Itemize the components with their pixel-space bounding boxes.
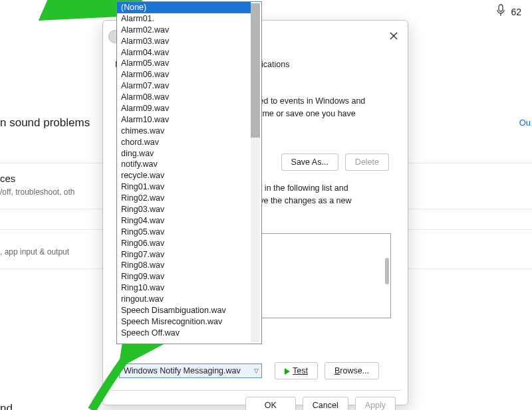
cancel-button[interactable]: Cancel [303, 397, 348, 410]
dropdown-item[interactable]: Alarm10.wav [117, 114, 251, 126]
dropdown-item[interactable]: ringout.wav [117, 294, 251, 305]
desc-line-2a: ent in the following list and [251, 183, 348, 193]
dropdown-item[interactable]: Ring01.wav [117, 181, 251, 193]
dropdown-item[interactable]: Ring10.wav [117, 282, 251, 294]
dropdown-item[interactable]: Ring08.wav [117, 260, 251, 271]
dropdown-item[interactable]: Ring07.wav [117, 249, 251, 260]
dropdown-item[interactable]: Ring06.wav [117, 238, 251, 249]
dropdown-item[interactable]: (None) [117, 2, 251, 13]
save-as-button[interactable]: Save As... [281, 154, 338, 171]
dialog-separator [110, 390, 401, 391]
bg-link-out[interactable]: Ou [519, 118, 531, 128]
dropdown-item[interactable]: Ring09.wav [117, 271, 251, 282]
desc-line-1a: plied to events in Windows and [251, 96, 365, 106]
dropdown-item[interactable]: ding.wav [117, 148, 251, 159]
dropdown-item[interactable]: Alarm04.wav [117, 47, 251, 58]
top-right-count: 62 [511, 7, 521, 17]
dropdown-item[interactable]: Ring05.wav [117, 227, 251, 238]
dropdown-item[interactable]: Alarm02.wav [117, 25, 251, 36]
dropdown-item[interactable]: Speech Disambiguation.wav [117, 305, 251, 316]
bg-sub-devices: /off, troubleshoot, oth [0, 187, 75, 197]
bg-heading-devices: ces [0, 173, 15, 184]
play-icon [285, 368, 290, 375]
desc-line-1b: theme or save one you have [251, 109, 356, 118]
close-button[interactable] [386, 29, 401, 43]
svg-rect-0 [499, 5, 503, 11]
dropdown-item[interactable]: Alarm09.wav [117, 103, 251, 114]
dropdown-item[interactable]: Alarm05.wav [117, 58, 251, 69]
apply-button: Apply [355, 397, 396, 410]
dropdown-item[interactable]: notify.wav [117, 159, 251, 170]
dropdown-item[interactable]: Alarm01. [117, 13, 251, 25]
scrollbar-thumb[interactable] [385, 258, 389, 284]
dropdown-item[interactable]: chord.wav [117, 137, 251, 148]
dropdown-item[interactable]: Speech Misrecognition.wav [117, 316, 251, 328]
dropdown-item[interactable]: Alarm08.wav [117, 92, 251, 103]
browse-button[interactable]: BBrowse...rowse... [325, 362, 379, 379]
sound-file-dropdown-list[interactable]: (None)Alarm01.Alarm02.wavAlarm03.wavAlar… [116, 1, 262, 344]
dropdown-scrollbar-thumb[interactable] [251, 3, 260, 138]
bg-sub-app-io: , app input & output [0, 247, 69, 256]
sound-file-combobox-value: Windows Notify Messaging.wav [124, 366, 241, 375]
bg-heading-sound-problems: n sound problems [0, 116, 90, 130]
test-button[interactable]: Test [275, 362, 318, 379]
dropdown-item[interactable]: Ring04.wav [117, 215, 251, 227]
sound-file-combobox[interactable]: Windows Notify Messaging.wav ▽ [119, 363, 262, 378]
dropdown-item[interactable]: Ring02.wav [117, 193, 251, 204]
delete-button: Delete [345, 154, 389, 171]
dropdown-item[interactable]: Alarm06.wav [117, 69, 251, 80]
dropdown-item[interactable]: chimes.wav [117, 126, 251, 137]
dropdown-item[interactable]: recycle.wav [117, 170, 251, 181]
bg-heading-nd: nd [0, 402, 13, 410]
desc-line-2b: save the changes as a new [251, 196, 352, 205]
dropdown-item[interactable]: Alarm03.wav [117, 36, 251, 47]
chevron-down-icon: ▽ [254, 367, 259, 374]
mic-icon[interactable] [496, 4, 505, 19]
dropdown-item[interactable]: Speech Off.wav [117, 328, 251, 339]
tab-communications[interactable]: ications [257, 57, 293, 73]
dropdown-item[interactable]: Alarm07.wav [117, 80, 251, 92]
ok-button[interactable]: OK [245, 397, 296, 410]
dropdown-item[interactable]: Ring03.wav [117, 204, 251, 215]
